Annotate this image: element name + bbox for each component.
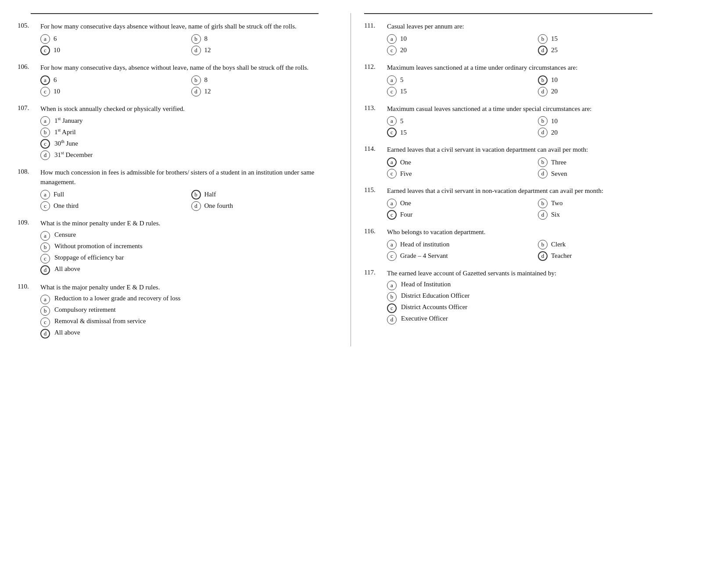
option-value: 12 [204,88,244,95]
option-value: 15 [400,88,440,95]
option-row: b8 [191,34,338,44]
question-number: 116. [364,228,387,235]
question-text: Maximum leaves sanctioned at a time unde… [387,63,684,73]
question-number: 111. [364,22,387,29]
question-q116: 116.Who belongs to vacation department.a… [364,228,684,261]
question-number: 113. [364,104,387,112]
option-value: Censure [54,231,337,239]
option-row: c30th June [40,139,337,149]
question-header: 111.Casual leaves per annum are: [364,22,684,32]
question-text: What is the minor penalty under E & D ru… [40,219,337,228]
question-number: 106. [18,63,40,71]
option-letter: a [40,116,50,126]
option-letter: c [387,251,397,261]
option-row: aOne [387,157,534,167]
question-q112: 112.Maximum leaves sanctioned at a time … [364,63,684,96]
option-label: a6 [40,75,93,85]
option-value: One [400,159,440,166]
option-row: dAll above [40,329,337,339]
options-container: aCensurebWithout promotion of increments… [40,231,337,275]
question-text: For how many consecutive days absence wi… [40,22,337,32]
option-row: d12 [191,46,338,55]
options-grid: a6b8c10d12 [40,75,337,96]
right-top-line [364,13,652,14]
question-header: 108.How much concession in fees is admis… [18,168,337,187]
option-row: bClerk [538,240,684,249]
question-text: Maximum casual leaves sanctioned at a ti… [387,104,684,114]
option-row: cRemoval & dismissal from service [40,317,337,327]
option-value: 20 [551,129,591,136]
option-label: c15 [387,128,440,137]
option-label: bHalf [191,190,244,200]
option-label: d20 [538,128,591,137]
option-letter: c [40,87,50,96]
option-value: Clerk [551,241,591,248]
option-label: bTwo [538,199,591,208]
options-container: aHead of InstitutionbDistrict Education … [387,281,684,324]
option-label: b8 [191,75,244,85]
option-value: Grade – 4 Servant [400,252,448,260]
option-letter: b [40,128,50,137]
option-value: Head of institution [400,241,450,248]
option-letter: d [538,210,548,220]
option-letter: b [538,116,548,126]
option-value: 8 [204,76,244,84]
option-label: b15 [538,34,591,44]
option-label: cGrade – 4 Servant [387,251,448,261]
option-label: dSeven [538,169,591,178]
option-row: dTeacher [538,251,684,261]
option-value: 31st December [54,150,337,159]
option-label: b10 [538,75,591,85]
option-row: aReduction to a lower grade and recovery… [40,295,337,304]
option-row: dExecutive Officer [387,315,684,324]
options-container: aFullbHalfcOne thirddOne fourth [40,190,337,211]
option-value: 25 [551,46,591,54]
option-value: Four [400,211,440,218]
left-top-line [31,13,319,14]
option-row: d20 [538,87,684,96]
option-value: Executive Officer [401,315,684,322]
option-row: aHead of Institution [387,281,684,290]
option-value: 1st April [54,128,337,136]
option-value: Removal & dismissal from service [54,317,337,325]
option-letter: b [191,34,201,44]
option-label: a5 [387,116,440,126]
question-number: 117. [364,269,387,276]
option-letter: b [191,190,201,200]
option-letter: a [387,34,397,44]
options-container: aOnebTwocFourdSix [387,199,684,220]
option-value: Five [400,170,440,178]
option-value: 20 [551,88,591,95]
option-label: c10 [40,87,93,96]
option-row: d20 [538,128,684,137]
option-letter: d [40,329,50,339]
option-row: d12 [191,87,338,96]
option-label: aOne [387,157,440,167]
option-letter: b [40,306,50,316]
option-row: b10 [538,116,684,126]
option-letter: d [191,201,201,211]
option-letter: b [191,75,201,85]
option-label: d20 [538,87,591,96]
option-letter: a [387,199,397,208]
question-q113: 113.Maximum casual leaves sanctioned at … [364,104,684,138]
option-label: aHead of institution [387,240,450,249]
option-value: All above [54,265,337,273]
option-row: b10 [538,75,684,85]
option-row: c15 [387,128,534,137]
option-row: d25 [538,46,684,55]
question-number: 114. [364,145,387,153]
option-value: One third [54,202,93,210]
option-letter: a [40,190,50,200]
option-value: Head of Institution [401,281,684,288]
option-value: 8 [204,35,244,43]
option-label: c20 [387,46,440,55]
option-label: dOne fourth [191,201,244,211]
question-header: 116.Who belongs to vacation department. [364,228,684,237]
question-number: 110. [18,283,40,290]
option-letter: d [387,315,397,324]
question-number: 107. [18,104,40,112]
option-letter: a [40,34,50,44]
question-q115: 115.Earned leaves that a civil servant i… [364,186,684,220]
option-value: 10 [54,46,93,54]
